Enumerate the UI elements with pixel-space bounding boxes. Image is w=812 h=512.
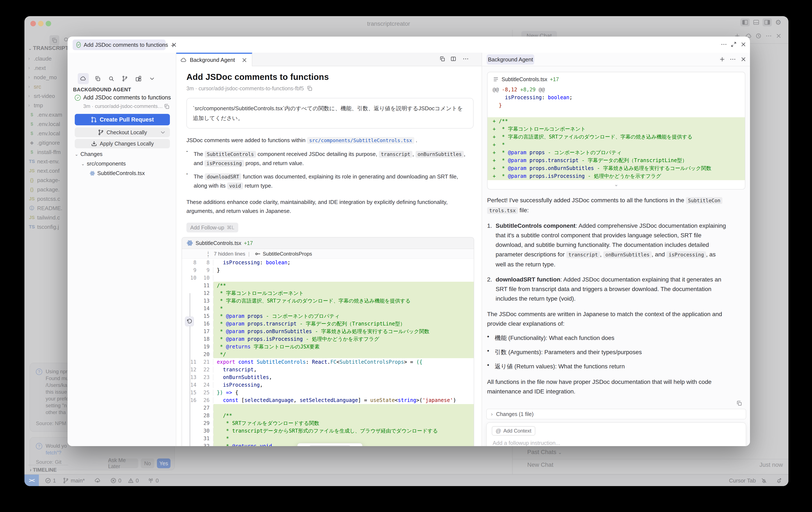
explorer-item--claude[interactable]: ›.claude — [28, 54, 68, 63]
followup-composer[interactable]: @Add Context Add a followup instruction.… — [486, 422, 746, 446]
window-close-icon[interactable] — [740, 41, 747, 48]
create-pull-request-button[interactable]: Create Pull Request — [75, 114, 170, 125]
text-line: 引数 (Arguments): Parameters and their typ… — [495, 347, 642, 357]
diff-line — [488, 109, 745, 117]
grid-tab-icon[interactable] — [133, 73, 144, 84]
errors-item[interactable]: 0 — [110, 475, 121, 486]
explorer-header[interactable]: ⌄ TRANSCRIPT — [28, 45, 68, 51]
add-followup-button[interactable]: Add Follow-up⌘L — [186, 223, 238, 232]
revert-change-button[interactable] — [185, 317, 194, 326]
code-card-header[interactable]: SubtitleControls.tsx +17 — [182, 237, 474, 249]
warnings-item[interactable]: 0 — [127, 475, 139, 486]
explorer-item-package-[interactable]: {}package. — [28, 185, 68, 194]
changes-collapsible-bar[interactable]: ›Changes (1 file) — [486, 409, 746, 419]
new-chat-icon[interactable] — [719, 56, 725, 62]
explorer-item--env-local[interactable]: $.env.local — [28, 119, 68, 129]
bell-slash-icon[interactable] — [761, 475, 767, 486]
explorer-item-README-[interactable]: ⓘREADME. — [28, 203, 68, 213]
past-chat-item[interactable]: New Chat — [527, 461, 553, 468]
show-terminal-label[interactable]: Show Terminal — [309, 445, 350, 446]
hidden-lines-row[interactable]: ↓↑ 7 hidden lines | SubtitleControlsProp… — [182, 249, 474, 259]
past-chats-header[interactable]: Past Chats ⌄ — [527, 449, 562, 455]
close-window-button[interactable] — [30, 21, 36, 26]
cursor-tab-item[interactable]: Cursor Tab — [729, 475, 756, 486]
toggle-right-sidebar-button[interactable] — [762, 18, 772, 26]
explorer-item--env-local[interactable]: $.env.local — [28, 129, 68, 138]
toggle-left-sidebar-button[interactable] — [741, 18, 750, 26]
window-more-icon[interactable] — [721, 41, 727, 48]
tree-item-src-components[interactable]: ⌄src/components — [81, 161, 126, 167]
timeline-section[interactable]: › TIMELINE — [30, 467, 57, 473]
task-title[interactable]: Add JSDoc comments to functions — [83, 94, 171, 101]
apply-changes-locally-button[interactable]: Apply Changes Locally — [75, 139, 170, 148]
search-tab-icon[interactable] — [106, 73, 117, 84]
diff-line: + * @param props.transcript - 字幕データの配列（T… — [488, 157, 745, 165]
explorer-item--gitignore[interactable]: ◆.gitignore — [28, 138, 68, 147]
new-tab-button[interactable]: + — [171, 41, 175, 50]
checkout-locally-button[interactable]: Checkout Locally — [75, 127, 170, 137]
explorer-item-node-mo[interactable]: ›node_mo — [28, 73, 68, 82]
code-line: 1323 onBurnSubtitles, — [182, 373, 474, 381]
symbol-link[interactable]: SubtitleControlsProps — [255, 251, 312, 257]
bell-dot-icon[interactable] — [776, 475, 782, 486]
no-button[interactable]: No — [141, 458, 154, 468]
explorer-item-next-env-[interactable]: TSnext-env. — [28, 157, 68, 166]
code-line: 20 */ — [182, 350, 474, 358]
copy-response-icon[interactable] — [736, 400, 742, 406]
explorer-item--env-exam[interactable]: $.env.exam — [28, 110, 68, 119]
toggle-bottom-panel-button[interactable] — [752, 18, 761, 26]
ask-me-later-button[interactable]: Ask Me Later — [108, 458, 138, 468]
add-context-chip[interactable]: @Add Context — [492, 426, 535, 435]
text-line: downloadSRT function: Added JSDoc docume… — [496, 275, 721, 284]
ports-item[interactable]: 0 — [148, 475, 158, 486]
expand-icons[interactable]: ↓↑ — [182, 250, 214, 258]
tree-item-Changes[interactable]: ⌄Changes — [75, 151, 103, 158]
more-icon[interactable] — [730, 56, 736, 62]
copy-icon[interactable] — [439, 56, 445, 62]
cloud-tab-icon[interactable] — [78, 73, 89, 84]
explorer-item-tmp[interactable]: ›tmp — [28, 101, 68, 110]
close-icon[interactable] — [740, 56, 747, 62]
chat-tab-pill[interactable]: Background Agent — [487, 54, 534, 64]
explorer-item-tsconfig-j[interactable]: TStsconfig.j — [28, 222, 68, 232]
problems-item[interactable]: 1 — [45, 475, 56, 486]
code-line: 12 * 字幕コントロールコンポーネント — [182, 289, 474, 297]
notification-link[interactable]: fetch"? — [36, 449, 169, 456]
split-editor-icon[interactable] — [450, 56, 457, 62]
minimize-window-button[interactable] — [38, 21, 44, 26]
explorer-item-install-ffm[interactable]: $install-ffm — [28, 147, 68, 157]
zoom-window-button[interactable] — [46, 21, 51, 26]
explorer-item-next-conf[interactable]: JSnext.conf — [28, 166, 68, 175]
expand-diff-chevron[interactable]: ⌄ — [488, 180, 745, 188]
tree-item-SubtitleControls-tsx[interactable]: SubtitleControls.tsx — [90, 170, 145, 176]
sync-item[interactable] — [94, 475, 101, 486]
diff-card-header[interactable]: SubtitleControls.tsx +17 — [488, 76, 745, 86]
explorer-item-package-[interactable]: {}package- — [28, 175, 68, 185]
text-line: maintenance and IDE integration. — [487, 387, 745, 396]
copy-branch-icon[interactable] — [164, 103, 170, 110]
copy-tab-icon[interactable] — [92, 73, 103, 84]
text-line: includes the return type (void). — [496, 294, 721, 303]
git-branch-item[interactable]: main* — [63, 475, 85, 486]
close-tab-icon[interactable] — [241, 57, 248, 63]
chevron-down-icon[interactable] — [146, 73, 157, 84]
more-actions-icon[interactable] — [463, 56, 469, 62]
text-line: 機能 (Functionality): What each function d… — [495, 333, 614, 343]
explorer-item--next[interactable]: ›.next — [28, 63, 68, 73]
window-expand-icon[interactable] — [730, 41, 737, 48]
explorer-item-postcss-c[interactable]: JSpostcss.c — [28, 194, 68, 203]
explorer-item-tailwind-c[interactable]: JStailwind.c — [28, 213, 68, 222]
branch-tab-icon[interactable] — [119, 73, 130, 84]
settings-gear-icon[interactable]: ⚙ — [774, 18, 783, 26]
copy-branch-icon[interactable] — [307, 85, 313, 91]
explorer-item-srt-video[interactable]: ›srt-video — [28, 91, 68, 101]
code-line: 1121export const SubtitleControls: React… — [182, 358, 474, 366]
composer-placeholder[interactable]: Add a followup instruction... — [493, 440, 560, 446]
tab-background-agent[interactable]: Background Agent — [176, 53, 252, 66]
explorer-item-src[interactable]: ›src — [28, 82, 68, 91]
diff-line: @@ -8,12 +8,29 @@ — [488, 86, 745, 94]
remote-indicator[interactable]: >< — [24, 475, 39, 486]
agent-tab[interactable]: Add JSDoc comments to functions — [72, 39, 166, 50]
yes-button[interactable]: Yes — [157, 458, 171, 468]
show-terminal-popup[interactable]: Show Terminal — [297, 443, 362, 446]
